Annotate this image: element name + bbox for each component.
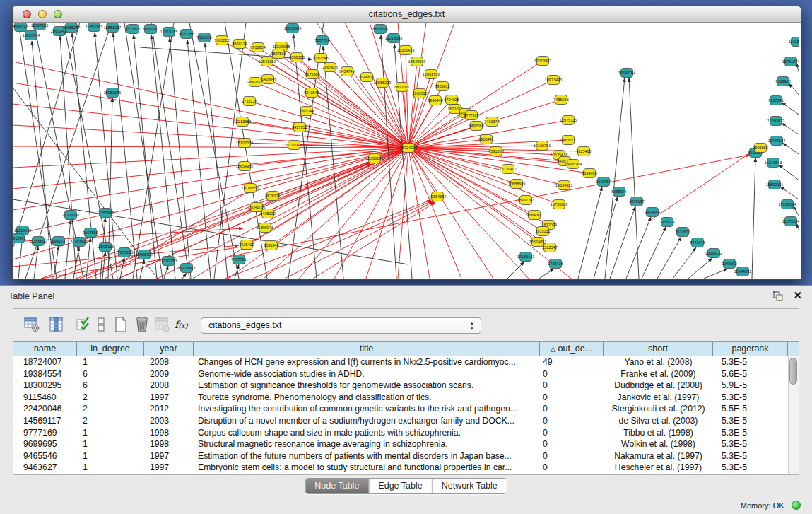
graph-edge: [782, 143, 799, 156]
table-settings-icon[interactable]: [23, 315, 40, 334]
node-table-grid: namein_degreeyeartitle△out_de...shortpag…: [13, 341, 799, 474]
cell-year: 1997: [144, 450, 194, 462]
cell-pagerank: 5.3E-5: [713, 462, 788, 474]
graph-node-label: 8813054: [372, 27, 387, 31]
tab-node-table[interactable]: Node Table: [305, 479, 368, 493]
graph-node-label: 9684067: [526, 213, 541, 217]
column-display-icon[interactable]: [48, 315, 65, 334]
graph-node-label: 12093872: [767, 119, 784, 123]
table-row[interactable]: 1938455462009Genome-wide association stu…: [13, 368, 799, 380]
graph-node-label: 8822037: [394, 85, 409, 89]
graph-edge: [245, 148, 408, 166]
column-header-out_de[interactable]: △out_de...: [540, 342, 604, 356]
import-table-icon[interactable]: [153, 315, 170, 334]
network-canvas-wrap: 1872400720691406190557248580143103271031…: [13, 23, 799, 279]
graph-node-label: 11156802: [30, 239, 47, 243]
graph-node-label: 7663822: [214, 38, 229, 42]
column-header-title[interactable]: title: [194, 342, 540, 356]
table-row[interactable]: 2242004622012Investigating the contribut…: [13, 403, 799, 415]
graph-node-label: 7462678: [484, 119, 499, 124]
graph-edge: [265, 148, 408, 228]
graph-node-label: 10654112: [705, 251, 722, 255]
graph-node-label: 12213383: [234, 119, 251, 124]
network-desktop: citations_edges.txt 18724007206914061905…: [0, 0, 812, 285]
cell-year: 2008: [144, 356, 194, 368]
cell-title: Disruption of a novel member of a sodium…: [194, 415, 540, 427]
cell-out_de: 0: [540, 403, 604, 415]
column-header-name[interactable]: name: [13, 342, 77, 356]
scrollbar-thumb[interactable]: [789, 358, 797, 385]
table-vertical-scrollbar[interactable]: [788, 356, 799, 474]
graph-node-label: 18107534: [236, 141, 253, 145]
cell-in_degree: 1: [77, 356, 144, 368]
graph-node-label: 8454749: [339, 69, 354, 74]
tab-edge-table[interactable]: Edge Table: [368, 479, 431, 493]
network-window-titlebar[interactable]: citations_edges.txt: [13, 6, 801, 23]
float-panel-icon[interactable]: [772, 291, 784, 302]
graph-node-label: 10756928: [551, 202, 567, 206]
cell-title: Structural magnetic resonance image aver…: [194, 438, 540, 450]
graph-node-label: 19384554: [429, 194, 446, 199]
table-row[interactable]: 946362711997Embryonic stem cells: a mode…: [13, 462, 799, 474]
table-row[interactable]: 1872400712008Changes of HCN gene express…: [13, 356, 799, 368]
cell-year: 1998: [144, 427, 194, 439]
graph-edge: [789, 83, 799, 97]
select-rows-icon[interactable]: [75, 315, 92, 334]
table-row[interactable]: 977716911998Corpus callosum shape and si…: [13, 427, 799, 439]
graph-node-label: 2803144: [299, 109, 314, 113]
graph-node-label: 8427552: [292, 125, 307, 129]
graph-node-label: 8958924: [611, 189, 626, 194]
graph-node-label: 1815132: [535, 229, 550, 233]
application-screen: citations_edges.txt 18724007206914061905…: [0, 0, 812, 514]
graph-node-label: 15885209: [374, 81, 391, 85]
cell-pagerank: 5.9E-5: [713, 380, 788, 392]
graph-node-label: 10327103: [31, 23, 48, 28]
network-table-select-value: citations_edges.txt: [208, 320, 282, 330]
graph-node-label: 9457791: [231, 257, 246, 262]
column-header-short[interactable]: short: [604, 342, 713, 356]
delete-column-icon[interactable]: [134, 315, 151, 334]
graph-edge: [13, 88, 158, 279]
cell-year: 2003: [144, 415, 194, 427]
new-column-icon[interactable]: [112, 315, 129, 334]
table-row[interactable]: 911546021997Tourette syndrome. Phenomeno…: [13, 392, 799, 404]
graph-node-label: 9170049: [286, 143, 301, 147]
graph-node-label: 12505115: [97, 245, 114, 249]
table-panel: f(x) citations_edges.txt ▲▼ namein_degre…: [13, 308, 799, 475]
graph-node-label: 9115460: [576, 149, 591, 153]
table-type-tabs: Node TableEdge TableNetwork Table: [305, 478, 507, 494]
table-row[interactable]: 1830029562008Estimation of significance …: [13, 380, 799, 392]
table-row[interactable]: 1456911722003Disruption of a novel membe…: [13, 415, 799, 427]
tab-network-table[interactable]: Network Table: [432, 479, 507, 493]
column-header-year[interactable]: year: [144, 342, 194, 356]
network-table-select[interactable]: citations_edges.txt ▲▼: [201, 317, 481, 334]
cell-short: Jankovic et al. (1997): [604, 392, 713, 404]
graph-edge: [782, 103, 799, 116]
table-row[interactable]: 969969511998Structural magnetic resonanc…: [13, 438, 799, 450]
table-row[interactable]: 946554611997Estimation of the future num…: [13, 450, 799, 462]
graph-node-label: 6794028: [444, 98, 459, 102]
cell-out_de: 0: [540, 380, 604, 392]
graph-node-label: 10543382: [259, 59, 276, 64]
graph-node-label: 2522547: [542, 245, 557, 250]
function-builder-icon[interactable]: f(x): [175, 315, 192, 334]
cell-year: 1997: [144, 462, 194, 474]
graph-node-label: 9227341: [768, 98, 783, 103]
graph-node-label: 8471676: [690, 240, 705, 245]
graph-node-label: 11451944: [71, 240, 88, 244]
graph-edge: [752, 158, 755, 279]
window-title: citations_edges.txt: [13, 6, 801, 21]
cell-name: 9777169: [13, 427, 77, 439]
cell-short: Dudbridge et al. (2008): [604, 380, 713, 392]
cell-short: Yano et al. (2008): [604, 356, 713, 368]
graph-node-label: 9463627: [560, 138, 575, 142]
column-header-pagerank[interactable]: pagerank: [713, 342, 788, 356]
column-header-in_degree[interactable]: in_degree: [77, 342, 144, 356]
network-canvas[interactable]: 1872400720691406190557248580143103271031…: [13, 23, 799, 279]
cell-short: Stergiakouli et al. (2012): [604, 403, 713, 415]
cell-title: Changes of HCN gene expression and I(f) …: [194, 356, 540, 368]
close-panel-icon[interactable]: ✕: [793, 290, 802, 301]
graph-node-label: 12444134: [768, 139, 785, 143]
row-height-icon[interactable]: [93, 315, 110, 334]
graph-edge: [187, 40, 211, 279]
